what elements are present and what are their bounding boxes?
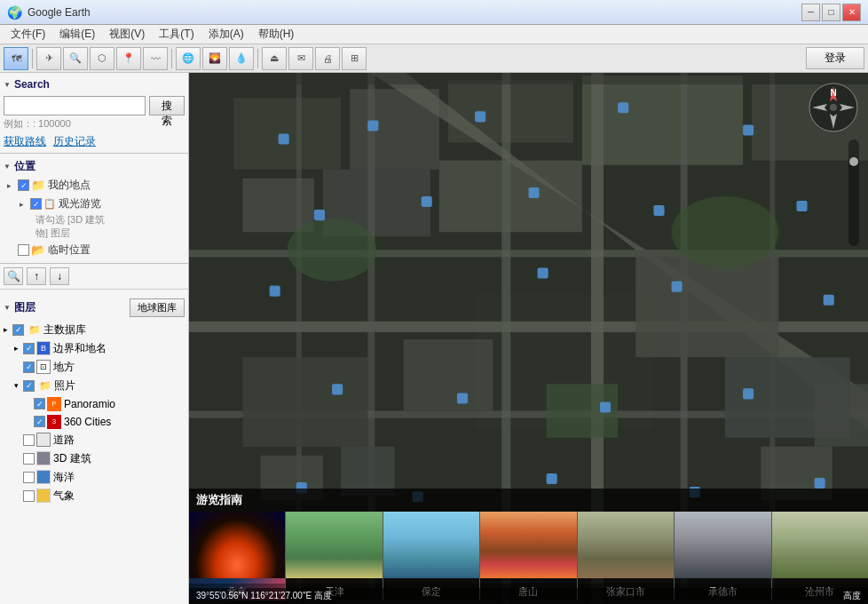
layer-3d-buildings[interactable]: 3D 建筑: [14, 449, 185, 468]
layer-roads-checkbox[interactable]: [23, 434, 35, 446]
search-link-row: 获取路线 历史记录: [4, 134, 185, 149]
layer-3d-buildings-label: 3D 建筑: [53, 451, 91, 466]
search-section-header[interactable]: ▼ Search: [4, 76, 185, 92]
position-temp[interactable]: 📂 临时位置: [7, 241, 185, 259]
city-thumb-zhangjiakou[interactable]: 张家口市: [578, 512, 675, 600]
layer-roads-icon: [36, 433, 51, 447]
layer-360cities[interactable]: ✓ 3 360 Cities: [25, 413, 185, 431]
layer-panoramio[interactable]: ✓ P Panoramio: [25, 395, 185, 413]
toolbar-zoom-in[interactable]: 🔍: [63, 47, 88, 70]
position-tour[interactable]: ▸ ✓ 📋 观光游览: [20, 195, 185, 213]
layer-borders-checkbox[interactable]: ✓: [23, 343, 35, 354]
layer-photos[interactable]: ▾ ✓ 📁 照片: [14, 377, 185, 395]
toolbar-fly[interactable]: ✈: [36, 47, 61, 70]
layer-main-db-checkbox[interactable]: ✓: [12, 324, 24, 336]
svg-rect-42: [538, 267, 548, 278]
layer-3d-buildings-checkbox[interactable]: [23, 453, 35, 465]
menu-view[interactable]: 视图(V): [102, 25, 152, 44]
city-thumb-bg-beijing: [189, 512, 285, 578]
layer-360cities-checkbox[interactable]: ✓: [34, 416, 45, 427]
city-thumb-tianjin[interactable]: 天津: [286, 512, 383, 600]
layer-borders[interactable]: ▸ ✓ B 边界和地名: [14, 339, 185, 358]
toolbar-terrain[interactable]: 🌄: [202, 47, 227, 70]
guide-panel: 游览指南 北京 天津 保定: [189, 489, 868, 604]
layer-local[interactable]: ✓ ⊡ 地方: [14, 358, 185, 377]
status-alt: 高度: [843, 590, 861, 602]
layer-borders-icon: B: [36, 341, 51, 355]
menu-file[interactable]: 文件(F): [4, 25, 52, 44]
nav-search-btn[interactable]: 🔍: [4, 267, 23, 285]
history-link[interactable]: 历史记录: [53, 134, 96, 149]
city-thumb-chengde[interactable]: 承德市: [675, 512, 771, 600]
toolbar-export[interactable]: ⏏: [262, 47, 287, 70]
maximize-button[interactable]: □: [822, 4, 840, 21]
map-nav-controls: [846, 139, 859, 246]
map-area[interactable]: N 游览指南 北京 天津: [189, 73, 868, 604]
layers-section-header[interactable]: ▼ 图层: [4, 298, 36, 317]
city-thumb-cangzhou[interactable]: 沧州市: [772, 512, 868, 600]
city-thumb-beijing[interactable]: 北京: [189, 512, 286, 600]
menu-edit[interactable]: 编辑(E): [52, 25, 102, 44]
layer-weather[interactable]: 气象: [14, 487, 185, 505]
temp-label: 临时位置: [48, 242, 91, 258]
menu-tools[interactable]: 工具(T): [152, 25, 201, 44]
toolbar-email[interactable]: ✉: [288, 47, 313, 70]
temp-checkbox[interactable]: [18, 244, 29, 256]
toolbar-globe[interactable]: 🌐: [176, 47, 201, 70]
layer-local-icon: ⊡: [36, 360, 51, 374]
get-route-link[interactable]: 获取路线: [4, 134, 46, 149]
city-thumb-baoding[interactable]: 保定: [383, 512, 480, 600]
layer-main-db[interactable]: ▸ ✓ 📁 主数据库: [4, 321, 185, 339]
nav-up-btn[interactable]: ↑: [27, 267, 46, 285]
svg-rect-6: [242, 179, 314, 232]
toolbar-path[interactable]: 〰: [143, 47, 168, 70]
my-places-checkbox[interactable]: ✓: [18, 179, 29, 191]
layer-local-checkbox[interactable]: ✓: [23, 362, 35, 373]
city-thumb-bg-baoding: [383, 512, 479, 578]
layer-weather-icon: [36, 489, 51, 503]
login-button[interactable]: 登录: [806, 47, 864, 69]
layer-weather-checkbox[interactable]: [23, 490, 35, 502]
position-my-places[interactable]: ▸ ✓ 📁 我的地点: [7, 176, 185, 195]
search-input[interactable]: [4, 96, 146, 115]
svg-rect-4: [582, 76, 743, 165]
search-section-label: Search: [14, 78, 50, 91]
layer-ocean[interactable]: 海洋: [14, 468, 185, 487]
layer-borders-label: 边界和地名: [53, 341, 107, 356]
statusbar: 39°55'0.56"N 116°21'27.00"E 高度 高度: [189, 588, 868, 604]
tour-checkbox[interactable]: ✓: [30, 198, 42, 210]
svg-rect-35: [743, 124, 754, 135]
toolbar-ocean[interactable]: 💧: [229, 47, 254, 70]
menu-help[interactable]: 帮助(H): [251, 25, 302, 44]
city-thumb-bg-tianjin: [286, 512, 382, 578]
svg-rect-22: [635, 250, 778, 357]
position-section-header[interactable]: ▼ 位置: [4, 157, 185, 176]
layer-roads[interactable]: 道路: [14, 431, 185, 449]
tour-label: 观光游览: [59, 196, 101, 211]
layers-collapse-icon: ▼: [4, 304, 11, 312]
toolbar-map-view[interactable]: 🗺: [4, 47, 28, 70]
nav-down-btn[interactable]: ↓: [50, 267, 69, 285]
compass[interactable]: N: [808, 82, 859, 133]
search-button[interactable]: 搜索: [149, 96, 185, 115]
layer-ocean-checkbox[interactable]: [23, 472, 35, 483]
svg-rect-40: [796, 201, 807, 211]
svg-rect-36: [314, 210, 325, 220]
city-thumb-bg-cangzhou: [772, 512, 868, 578]
svg-rect-41: [270, 286, 280, 297]
layer-panoramio-checkbox[interactable]: ✓: [34, 398, 45, 409]
earth-library-button[interactable]: 地球图库: [130, 298, 185, 317]
toolbar-grid[interactable]: ⊞: [342, 47, 367, 70]
titlebar: 🌍 Google Earth ─ □ ✕: [0, 0, 868, 25]
menu-add[interactable]: 添加(A): [201, 25, 251, 44]
toolbar-polygon[interactable]: ⬡: [90, 47, 114, 70]
toolbar: 🗺 ✈ 🔍 ⬡ 📍 〰 🌐 🌄 💧 ⏏ ✉ 🖨 ⊞ 登录: [0, 44, 868, 73]
minimize-button[interactable]: ─: [801, 4, 820, 21]
toolbar-print[interactable]: 🖨: [315, 47, 340, 70]
svg-rect-53: [815, 478, 825, 489]
svg-rect-32: [367, 120, 378, 131]
toolbar-pin[interactable]: 📍: [116, 47, 141, 70]
layer-photos-checkbox[interactable]: ✓: [23, 380, 35, 392]
close-button[interactable]: ✕: [842, 4, 861, 21]
city-thumb-tangshan[interactable]: 唐山: [480, 512, 577, 600]
